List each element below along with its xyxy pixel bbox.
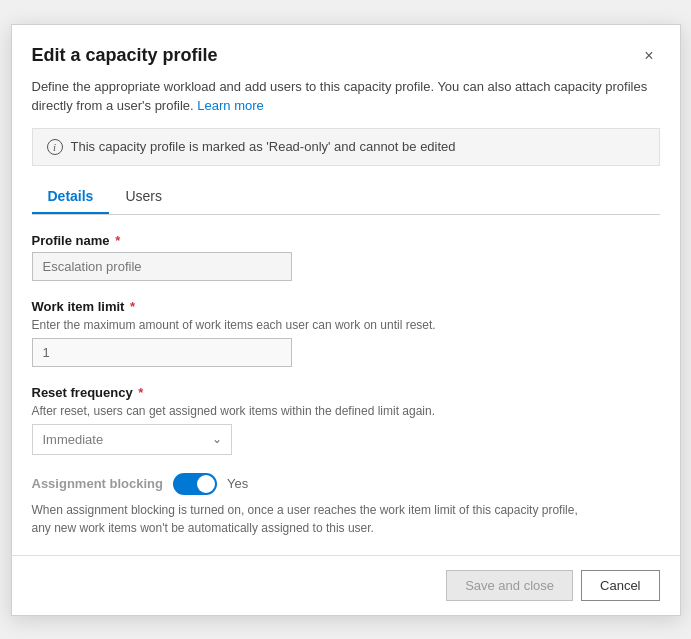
- profile-name-group: Profile name *: [32, 233, 660, 281]
- tabs-container: Details Users: [32, 180, 660, 215]
- learn-more-link[interactable]: Learn more: [197, 98, 263, 113]
- dialog-overlay: Edit a capacity profile × Define the app…: [0, 0, 691, 639]
- profile-name-input[interactable]: [32, 252, 292, 281]
- dialog-body: Profile name * Work item limit * Enter t…: [12, 215, 680, 555]
- readonly-banner: i This capacity profile is marked as 'Re…: [32, 128, 660, 166]
- toggle-slider: [173, 473, 217, 495]
- assignment-blocking-section: Assignment blocking Yes When assignment …: [32, 473, 660, 537]
- profile-name-label: Profile name *: [32, 233, 660, 248]
- required-star-3: *: [135, 385, 144, 400]
- reset-frequency-dropdown-wrapper: Immediate Daily Weekly Monthly ⌄: [32, 424, 232, 455]
- dialog-description: Define the appropriate workload and add …: [12, 77, 680, 128]
- tab-details[interactable]: Details: [32, 180, 110, 214]
- reset-frequency-select[interactable]: Immediate Daily Weekly Monthly: [32, 424, 232, 455]
- assignment-blocking-description: When assignment blocking is turned on, o…: [32, 501, 592, 537]
- tab-users[interactable]: Users: [109, 180, 178, 214]
- dialog-header: Edit a capacity profile ×: [12, 25, 680, 77]
- required-star-2: *: [126, 299, 135, 314]
- save-and-close-button[interactable]: Save and close: [446, 570, 573, 601]
- dialog-footer: Save and close Cancel: [12, 555, 680, 615]
- dialog-title: Edit a capacity profile: [32, 45, 218, 66]
- assignment-blocking-label: Assignment blocking: [32, 476, 163, 491]
- close-button[interactable]: ×: [638, 45, 659, 67]
- work-item-limit-label: Work item limit *: [32, 299, 660, 314]
- readonly-message: This capacity profile is marked as 'Read…: [71, 139, 456, 154]
- required-star: *: [112, 233, 121, 248]
- reset-frequency-group: Reset frequency * After reset, users can…: [32, 385, 660, 455]
- info-icon: i: [47, 139, 63, 155]
- toggle-value-label: Yes: [227, 476, 248, 491]
- work-item-limit-hint: Enter the maximum amount of work items e…: [32, 318, 660, 332]
- cancel-button[interactable]: Cancel: [581, 570, 659, 601]
- toggle-row: Assignment blocking Yes: [32, 473, 660, 495]
- assignment-blocking-toggle[interactable]: [173, 473, 217, 495]
- work-item-limit-input[interactable]: [32, 338, 292, 367]
- reset-frequency-label: Reset frequency *: [32, 385, 660, 400]
- edit-capacity-dialog: Edit a capacity profile × Define the app…: [11, 24, 681, 616]
- work-item-limit-group: Work item limit * Enter the maximum amou…: [32, 299, 660, 367]
- reset-frequency-hint: After reset, users can get assigned work…: [32, 404, 660, 418]
